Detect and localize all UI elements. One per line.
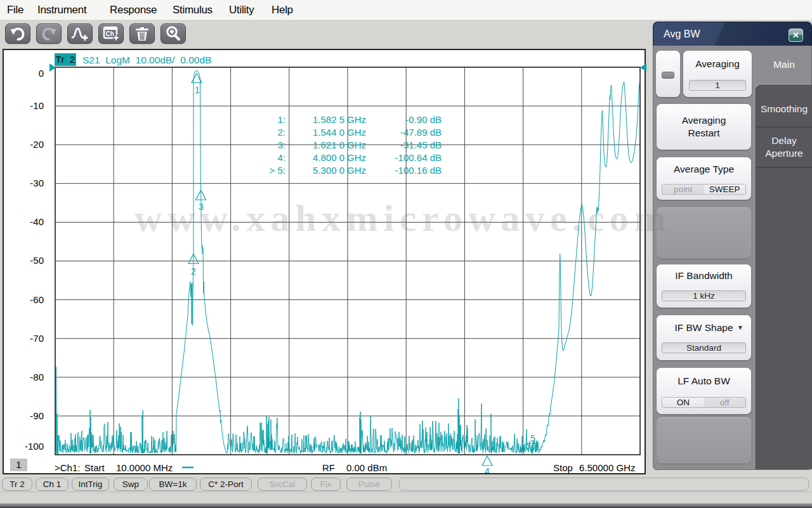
svg-text:Ch: Ch — [106, 30, 114, 37]
